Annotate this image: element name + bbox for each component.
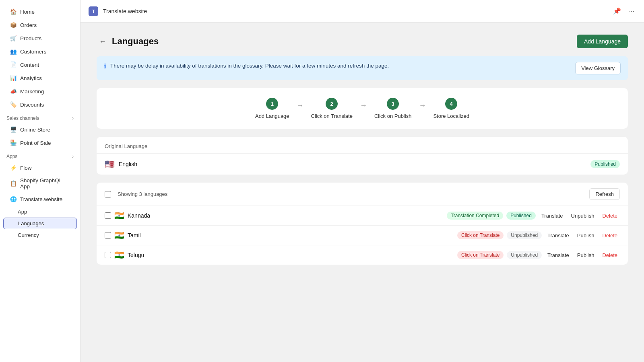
row-actions-1: Click on Translate Unpublished Translate… bbox=[457, 231, 620, 240]
english-published-badge: Published bbox=[590, 160, 620, 168]
sidebar-item-translate.website[interactable]: 🌐Translate.website bbox=[3, 193, 77, 206]
row-actions-0: Translation Completed Published Translat… bbox=[447, 212, 620, 220]
original-language-row: 🇺🇸 English Published bbox=[97, 154, 628, 175]
translation-status-1: Click on Translate bbox=[457, 231, 504, 239]
step-4-label: Store Localized bbox=[433, 113, 469, 119]
sidebar-item-content[interactable]: 📄Content bbox=[3, 58, 77, 71]
translation-status-0: Translation Completed bbox=[447, 212, 503, 220]
discounts-icon: 🏷️ bbox=[10, 101, 17, 108]
step-4: 4 Store Localized bbox=[433, 98, 469, 119]
sidebar-item-online-store[interactable]: 🖥️Online Store bbox=[3, 123, 77, 136]
step-4-circle: 4 bbox=[445, 98, 457, 110]
info-icon: ℹ bbox=[104, 62, 106, 70]
refresh-button[interactable]: Refresh bbox=[589, 188, 620, 200]
action-delete-2[interactable]: Delete bbox=[600, 251, 620, 259]
customers-icon: 👥 bbox=[10, 48, 17, 55]
publish-status-2: Unpublished bbox=[507, 251, 542, 259]
orders-icon: 📦 bbox=[10, 21, 17, 29]
table-row: 🇮🇳 Kannada Translation Completed Publish… bbox=[97, 206, 628, 226]
sidebar-sub-item-languages[interactable]: Languages bbox=[3, 218, 77, 229]
step-arrow-3: → bbox=[419, 101, 426, 115]
english-flag: 🇺🇸 bbox=[105, 159, 115, 169]
apps-expand-icon[interactable]: › bbox=[72, 154, 74, 159]
row-checkbox-1[interactable] bbox=[105, 232, 111, 239]
original-language-section: Original Language 🇺🇸 English Published bbox=[97, 137, 628, 175]
sidebar-label-marketing: Marketing bbox=[20, 88, 44, 95]
row-checkbox-2[interactable] bbox=[105, 252, 111, 258]
step-arrow-1: → bbox=[297, 101, 304, 115]
sidebar-item-point-of-sale[interactable]: 🏪Point of Sale bbox=[3, 136, 77, 149]
showing-label: Showing 3 languages bbox=[118, 191, 589, 197]
page-title: Languages bbox=[112, 36, 159, 47]
main-area: T Translate.website 📌 ··· ← Languages Ad… bbox=[80, 0, 644, 362]
sidebar-label-discounts: Discounts bbox=[20, 102, 44, 108]
row-checkbox-0[interactable] bbox=[105, 212, 111, 219]
translated-languages-section: Showing 3 languages Refresh 🇮🇳 Kannada T… bbox=[97, 183, 628, 265]
sales-channels-label: Sales channels bbox=[6, 115, 39, 121]
sidebar-item-analytics[interactable]: 📊Analytics bbox=[3, 72, 77, 84]
lang-name-2: Telugu bbox=[128, 252, 454, 258]
products-icon: 🛒 bbox=[10, 35, 17, 42]
step-2: 2 Click on Translate bbox=[311, 98, 353, 119]
action-translate-2[interactable]: Translate bbox=[545, 251, 572, 259]
sidebar-label-products: Products bbox=[20, 35, 41, 41]
page-header: ← Languages Add Language bbox=[97, 35, 628, 48]
add-language-button[interactable]: Add Language bbox=[577, 35, 628, 48]
sidebar: 🏠Home📦Orders🛒Products👥Customers📄Content📊… bbox=[0, 0, 80, 362]
action-translate-0[interactable]: Translate bbox=[539, 212, 566, 220]
step-arrow-2: → bbox=[360, 101, 367, 115]
topbar: T Translate.website 📌 ··· bbox=[80, 0, 644, 23]
table-row: 🇮🇳 Telugu Click on Translate Unpublished… bbox=[97, 245, 628, 265]
pin-icon[interactable]: 📌 bbox=[611, 6, 623, 16]
sidebar-sub-item-app[interactable]: App bbox=[3, 206, 77, 217]
marketing-icon: 📣 bbox=[10, 88, 17, 95]
sidebar-label-home: Home bbox=[20, 9, 35, 15]
step-3: 3 Click on Publish bbox=[374, 98, 412, 119]
topbar-actions: 📌 ··· bbox=[611, 6, 636, 16]
flag-0: 🇮🇳 bbox=[114, 211, 124, 220]
sidebar-item-discounts[interactable]: 🏷️Discounts bbox=[3, 98, 77, 111]
view-glossary-button[interactable]: View Glossary bbox=[575, 62, 621, 74]
action-publish-1[interactable]: Publish bbox=[575, 231, 597, 240]
step-3-circle: 3 bbox=[387, 98, 399, 110]
steps-card: 1 Add Language → 2 Click on Translate → … bbox=[97, 88, 628, 129]
sidebar-item-orders[interactable]: 📦Orders bbox=[3, 19, 77, 31]
sidebar-item-flow[interactable]: ⚡Flow bbox=[3, 161, 77, 174]
publish-status-0: Published bbox=[506, 212, 536, 220]
select-all-checkbox[interactable] bbox=[105, 191, 111, 197]
sidebar-item-products[interactable]: 🛒Products bbox=[3, 32, 77, 45]
home-icon: 🏠 bbox=[10, 8, 17, 15]
page-title-row: ← Languages bbox=[97, 36, 159, 47]
sales-channels-expand-icon[interactable]: › bbox=[72, 115, 74, 121]
action-delete-1[interactable]: Delete bbox=[600, 231, 620, 240]
action-translate-1[interactable]: Translate bbox=[545, 231, 572, 240]
sidebar-sub-item-currency[interactable]: Currency bbox=[3, 230, 77, 241]
translated-header: Showing 3 languages Refresh bbox=[97, 183, 628, 206]
topbar-title: Translate.website bbox=[103, 8, 147, 14]
sales-channels-section: Sales channels › bbox=[0, 111, 80, 123]
publish-status-1: Unpublished bbox=[507, 231, 542, 239]
table-row: 🇮🇳 Tamil Click on Translate Unpublished … bbox=[97, 226, 628, 245]
content-area: ← Languages Add Language ℹ There may be … bbox=[80, 23, 644, 362]
english-name: English bbox=[119, 161, 586, 167]
back-button[interactable]: ← bbox=[97, 37, 109, 47]
sidebar-item-marketing[interactable]: 📣Marketing bbox=[3, 85, 77, 98]
lang-name-1: Tamil bbox=[128, 232, 454, 239]
translation-status-2: Click on Translate bbox=[457, 251, 504, 259]
step-1-label: Add Language bbox=[255, 113, 289, 119]
sidebar-label-analytics: Analytics bbox=[20, 75, 42, 81]
sidebar-item-customers[interactable]: 👥Customers bbox=[3, 45, 77, 58]
info-banner-text: There may be delay in availability of tr… bbox=[110, 62, 571, 70]
action-delete-0[interactable]: Delete bbox=[600, 212, 620, 220]
sidebar-label-orders: Orders bbox=[20, 22, 37, 28]
action-publish-2[interactable]: Publish bbox=[575, 251, 597, 259]
more-icon[interactable]: ··· bbox=[627, 6, 636, 16]
action-unpublish-0[interactable]: Unpublish bbox=[569, 212, 597, 220]
step-1: 1 Add Language bbox=[255, 98, 289, 119]
sidebar-item-home[interactable]: 🏠Home bbox=[3, 5, 77, 18]
sidebar-label-customers: Customers bbox=[20, 49, 46, 55]
apps-section: Apps › bbox=[0, 150, 80, 161]
sidebar-item-shopify-graphql-app[interactable]: 📋Shopify GraphQL App bbox=[3, 175, 77, 192]
flag-1: 🇮🇳 bbox=[114, 230, 124, 240]
original-language-header: Original Language bbox=[97, 137, 628, 154]
